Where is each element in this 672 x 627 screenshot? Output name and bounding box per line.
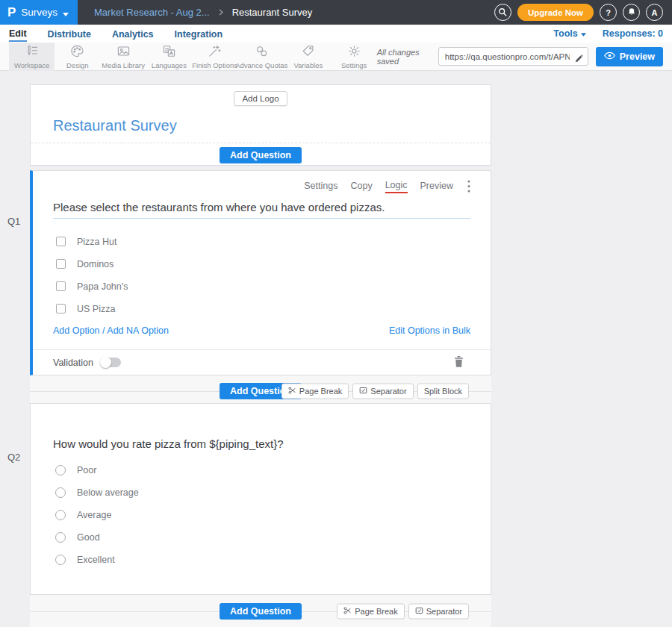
search-icon xyxy=(498,7,507,18)
add-question-button[interactable]: Add Question xyxy=(220,603,302,620)
toolbar-item-workspace[interactable]: Workspace xyxy=(9,43,55,71)
kebab-menu-icon[interactable] xyxy=(467,180,470,193)
option-label[interactable]: US Pizza xyxy=(77,304,115,314)
radio-button[interactable] xyxy=(55,510,66,520)
nav-tab-edit[interactable]: Edit xyxy=(9,26,27,42)
design-icon xyxy=(70,44,84,60)
radio-button[interactable] xyxy=(55,555,66,565)
q2-question-text[interactable]: How would you rate pizza from ${piping_t… xyxy=(53,404,468,450)
finish-options-icon xyxy=(208,44,222,60)
chevron-down-icon xyxy=(581,28,586,39)
questionpro-logo-icon: P xyxy=(7,6,16,19)
survey-editor-page: Q1 Q2 Add Logo Restaurant Survey Add Que… xyxy=(0,84,672,627)
validation-label: Validation xyxy=(53,358,93,368)
checkbox[interactable] xyxy=(56,281,66,291)
avatar[interactable]: A xyxy=(646,4,663,21)
nav-tab-integration[interactable]: Integration xyxy=(175,27,223,41)
chevron-down-icon xyxy=(63,6,69,19)
add-na-option-link[interactable]: Add NA Option xyxy=(107,325,169,336)
page-break-label: Page Break xyxy=(299,387,342,396)
edit-url-pencil-icon[interactable] xyxy=(575,52,583,66)
breadcrumb-current: Restaurant Survey xyxy=(232,7,313,18)
page-break-icon xyxy=(343,606,352,616)
option-label[interactable]: Excellent xyxy=(77,555,115,565)
question-divider-band: Add Question Page Break Separator xyxy=(30,595,491,627)
radio-button[interactable] xyxy=(55,487,66,498)
help-icon: ? xyxy=(606,8,611,17)
separator-icon xyxy=(415,606,423,616)
toolbar-label: Variables xyxy=(293,61,323,69)
notifications-button[interactable] xyxy=(623,4,640,21)
radio-button[interactable] xyxy=(55,465,66,475)
nav-tab-analytics[interactable]: Analytics xyxy=(112,27,154,41)
separator-button[interactable]: Separator xyxy=(408,603,469,619)
product-menu[interactable]: P Surveys xyxy=(0,0,78,25)
toolbar-item-settings[interactable]: Settings xyxy=(332,43,377,71)
breadcrumb-parent[interactable]: Market Research - Aug 2... xyxy=(94,7,210,18)
edit-options-in-bulk-link[interactable]: Edit Options in Bulk xyxy=(389,325,470,336)
help-button[interactable]: ? xyxy=(600,4,617,21)
search-button[interactable] xyxy=(494,4,511,21)
page-break-button[interactable]: Page Break xyxy=(281,383,349,399)
option-label[interactable]: Pizza Hut xyxy=(77,237,117,247)
separator-button[interactable]: Separator xyxy=(352,383,413,399)
q1-question-text[interactable]: Please select the restaurants from where… xyxy=(53,201,470,219)
option-label[interactable]: Papa John's xyxy=(77,281,128,292)
separator-label: Separator xyxy=(426,607,462,616)
divider xyxy=(31,143,491,143)
workspace-icon xyxy=(25,44,39,60)
tools-menu[interactable]: Tools xyxy=(553,28,585,39)
q1-tab-logic[interactable]: Logic xyxy=(385,180,408,193)
checkbox[interactable] xyxy=(56,237,66,246)
add-question-button[interactable]: Add Question xyxy=(220,147,302,163)
languages-icon xyxy=(162,44,176,60)
page-break-icon xyxy=(288,386,296,396)
option-label[interactable]: Poor xyxy=(77,465,96,475)
toolbar-item-variables[interactable]: Variables xyxy=(285,43,331,71)
q1-tab-preview[interactable]: Preview xyxy=(420,181,453,193)
question-number-q1: Q1 xyxy=(7,216,20,227)
preview-button[interactable]: Preview xyxy=(596,47,663,66)
page-break-button[interactable]: Page Break xyxy=(337,603,404,619)
q1-tab-settings[interactable]: Settings xyxy=(304,181,337,193)
radio-option-row: Excellent xyxy=(53,554,468,565)
upgrade-now-button[interactable]: Upgrade Now xyxy=(517,4,594,21)
toolbar-item-media-library[interactable]: Media Library xyxy=(101,43,146,71)
add-logo-button[interactable]: Add Logo xyxy=(234,91,287,106)
radio-option-row: Below average xyxy=(53,487,468,498)
separator-icon xyxy=(359,386,367,396)
toolbar-label: Languages xyxy=(152,61,187,69)
bell-icon xyxy=(627,7,636,18)
add-option-link[interactable]: Add Option xyxy=(53,325,100,336)
checkbox[interactable] xyxy=(56,259,66,269)
option-label[interactable]: Average xyxy=(77,510,111,520)
split-block-button[interactable]: Split Block xyxy=(417,383,469,399)
responses-count[interactable]: Responses: 0 xyxy=(603,28,663,39)
toolbar-item-finish-options[interactable]: Finish Options xyxy=(192,43,237,71)
checkbox[interactable] xyxy=(56,304,66,314)
toolbar-item-design[interactable]: Design xyxy=(55,43,100,71)
survey-nav: Edit Distribute Analytics Integration To… xyxy=(0,25,672,43)
question-divider-band: Add Question Page Break Separator Split … xyxy=(30,375,491,403)
toolbar-item-advance-quotas[interactable]: Advance Quotas xyxy=(237,43,285,71)
validation-toggle[interactable] xyxy=(101,358,121,367)
advance-quotas-icon xyxy=(255,44,269,60)
option-label[interactable]: Good xyxy=(77,532,100,543)
survey-title[interactable]: Restaurant Survey xyxy=(53,117,491,135)
toolbar-label: Workspace xyxy=(14,61,49,69)
option-label[interactable]: Below average xyxy=(77,487,139,498)
tools-label: Tools xyxy=(553,28,577,39)
preview-label: Preview xyxy=(620,52,655,62)
q1-tab-copy[interactable]: Copy xyxy=(350,181,372,193)
radio-button[interactable] xyxy=(55,532,66,543)
edit-toolbar: Workspace Design Media Library Languages… xyxy=(0,43,672,71)
option-label[interactable]: Dominos xyxy=(77,259,113,269)
survey-url-input[interactable] xyxy=(438,47,588,66)
checkbox-option-row: Dominos xyxy=(53,258,470,269)
toolbar-label: Finish Options xyxy=(192,61,237,69)
toolbar-item-languages[interactable]: Languages xyxy=(146,43,192,71)
separator-label: Separator xyxy=(370,387,406,396)
page-break-label: Page Break xyxy=(355,607,397,616)
delete-question-button[interactable] xyxy=(454,356,464,369)
nav-tab-distribute[interactable]: Distribute xyxy=(48,27,91,41)
